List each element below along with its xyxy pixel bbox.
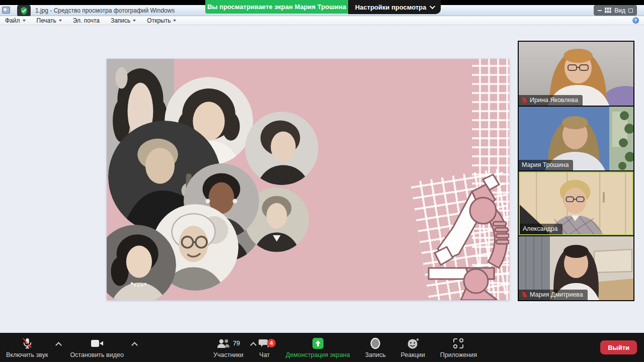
- participants-strip: Ирина Яковлева Мария Трошина: [518, 41, 634, 301]
- video-tile[interactable]: Мария Трошина: [519, 107, 633, 170]
- view-settings-dropdown[interactable]: Настройки просмотра: [348, 0, 441, 14]
- participant-name-label: Мария Дмитриева: [519, 290, 588, 300]
- portrait-photo: [245, 112, 318, 185]
- zoom-meeting-window: 1.jpg - Средство просмотра фотографий Wi…: [0, 0, 644, 362]
- dropdown-caret-icon: [59, 20, 62, 22]
- menu-email: Эл. почта: [73, 17, 100, 24]
- participants-options-caret[interactable]: [250, 342, 257, 348]
- menu-burn: Запись: [111, 17, 136, 24]
- leave-button[interactable]: Выйти: [600, 340, 637, 354]
- grid-view-icon: [605, 8, 611, 13]
- view-button[interactable]: Вид: [594, 5, 637, 16]
- share-screen-icon: [311, 337, 325, 350]
- photo-viewer-app-icon: [2, 7, 10, 14]
- participants-icon: 79: [217, 337, 240, 350]
- window-box-icon: [628, 9, 633, 13]
- dropdown-caret-icon: [173, 20, 176, 22]
- minimize-icon: [598, 10, 602, 11]
- menu-open: Открыть: [147, 17, 176, 24]
- dropdown-caret-icon: [133, 20, 136, 22]
- antivirus-shield-icon: [17, 4, 31, 18]
- participants-button[interactable]: 79 Участники: [213, 337, 244, 358]
- muted-mic-icon: [22, 337, 33, 350]
- stop-video-button[interactable]: Остановить видео: [70, 337, 124, 358]
- reactions-button[interactable]: Реакции: [400, 337, 425, 358]
- chevron-down-icon: [430, 4, 435, 9]
- smiley-icon: [407, 337, 420, 350]
- participant-name-label: Мария Трошина: [519, 160, 573, 170]
- video-tile[interactable]: Ирина Яковлева: [519, 42, 633, 106]
- share-screen-button[interactable]: Демонстрация экрана: [286, 337, 350, 358]
- video-tile[interactable]: Мария Дмитриева: [519, 236, 633, 300]
- record-button[interactable]: Запись: [365, 337, 385, 358]
- video-options-caret[interactable]: [131, 342, 138, 348]
- record-icon: [370, 337, 381, 350]
- help-icon: ?: [632, 17, 639, 24]
- chat-button[interactable]: Чат 4: [259, 337, 271, 358]
- dropdown-caret-icon: [23, 20, 26, 22]
- slide-image: [107, 59, 509, 300]
- video-camera-icon: [91, 337, 104, 350]
- participant-name-label: Александра: [520, 224, 562, 234]
- photo-viewer-menu-bar: Файл Печать Эл. почта Запись Открыть ?: [0, 16, 644, 25]
- apps-button[interactable]: Приложения: [440, 337, 477, 358]
- meeting-toolbar: Включить звук Остановить видео: [0, 333, 644, 362]
- participants-count: 79: [233, 339, 240, 347]
- apps-icon: [452, 337, 464, 350]
- unmute-button[interactable]: Включить звук: [6, 337, 48, 358]
- participant-name-label: Ирина Яковлева: [519, 95, 583, 106]
- muted-mic-icon: [522, 292, 527, 298]
- muted-mic-icon: [522, 97, 527, 104]
- microscope-illustration: [424, 173, 509, 300]
- view-button-label: Вид: [614, 7, 625, 14]
- menu-file: Файл: [5, 17, 26, 24]
- window-title: 1.jpg - Средство просмотра фотографий Wi…: [35, 7, 175, 14]
- video-tile[interactable]: Александра: [519, 171, 633, 235]
- mic-options-caret[interactable]: [56, 342, 62, 348]
- screen-share-banner: Вы просматриваете экран Мария Трошина: [205, 0, 348, 14]
- chat-unread-badge: 4: [267, 339, 276, 347]
- menu-print: Печать: [37, 17, 62, 24]
